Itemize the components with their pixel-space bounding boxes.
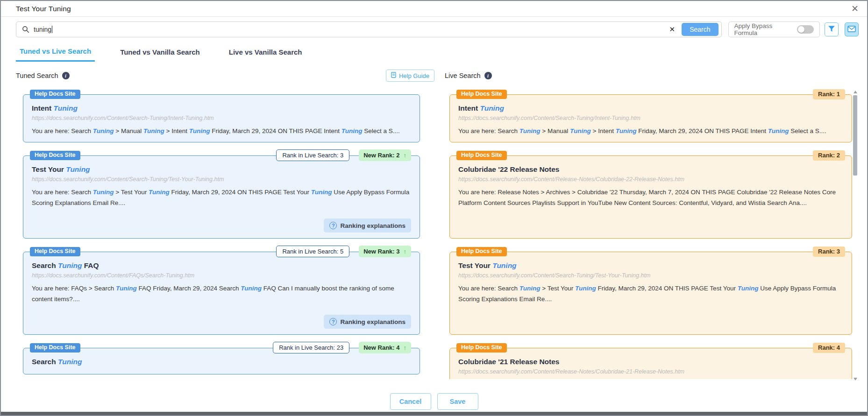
result-url: https://docs.searchunify.com/Content/Sea…: [458, 115, 843, 121]
new-rank-text: New Rank: 4: [363, 344, 399, 351]
horizontal-scrollbar-thumb[interactable]: [1, 412, 867, 415]
tab-tuned-vs-live-search[interactable]: Tuned vs Live Search: [16, 44, 95, 62]
scroll-up-arrow-icon[interactable]: [854, 91, 857, 93]
result-snippet: You are here: Release Notes > Archives >…: [458, 187, 843, 208]
info-icon[interactable]: i: [484, 72, 492, 79]
text-segment: Test Your: [32, 165, 66, 173]
tab-live-vs-vanilla-search[interactable]: Live vs Vanilla Search: [225, 44, 306, 62]
filter-button[interactable]: [825, 22, 839, 36]
new-rank-badge: New Rank: 2↑: [359, 149, 411, 161]
rank-up-arrow-icon: ↑: [404, 248, 407, 255]
question-circle-icon: ?: [329, 222, 337, 229]
highlighted-term: Tuning: [480, 104, 504, 112]
text-segment: > Intent: [591, 127, 616, 134]
modal-footer: Cancel Save: [1, 393, 867, 410]
text-segment: Friday, March 29, 2024 ON THIS PAGE Inte…: [210, 127, 341, 134]
text-segment: You are here: Search: [458, 127, 519, 134]
result-title[interactable]: Intent Tuning: [458, 104, 843, 113]
result-title[interactable]: Search Tuning: [32, 358, 411, 366]
result-card: Help Docs SiteRank: 3Test Your Tuninghtt…: [449, 252, 852, 335]
result-title[interactable]: Search Tuning FAQ: [32, 261, 411, 270]
result-snippet: You are here: Search Tuning > Manual Tun…: [32, 126, 411, 136]
text-segment: Friday, March 29, 2024 ON THIS PAGE Test…: [170, 189, 311, 196]
tuned-search-results: Help Docs SiteIntent Tuninghttps://docs.…: [23, 87, 420, 379]
apply-bypass-formula-group: Apply Bypass Formula: [728, 21, 820, 37]
source-badge: Help Docs Site: [456, 90, 507, 99]
highlighted-term: Tuning: [616, 127, 637, 134]
text-segment: You are here: Release Notes > Archives >…: [458, 189, 836, 206]
result-title[interactable]: Intent Tuning: [32, 104, 411, 113]
search-input[interactable]: tuning ✕ Search: [16, 21, 722, 37]
rank-badges: Rank in Live Search: 23New Rank: 4↑: [273, 342, 411, 353]
text-segment: > Test Your: [541, 285, 575, 292]
text-segment: Select a S....: [363, 127, 400, 134]
clear-search-icon[interactable]: ✕: [669, 25, 676, 34]
highlighted-term: Tuning: [738, 285, 759, 292]
text-segment: > Manual: [541, 127, 570, 134]
result-title[interactable]: Colubridae '21 Release Notes: [458, 358, 843, 366]
apply-bypass-formula-toggle[interactable]: [797, 25, 814, 34]
result-card: Help Docs SiteRank in Live Search: 3New …: [23, 155, 420, 239]
highlighted-term: Tuning: [54, 104, 78, 112]
result-card: Help Docs SiteRank: 4Colubridae '21 Rele…: [449, 348, 852, 379]
text-segment: Friday, March 29, 2024 ON THIS PAGE Test…: [596, 285, 738, 292]
search-button[interactable]: Search: [682, 23, 718, 36]
document-icon: [391, 72, 396, 79]
source-badge: Help Docs Site: [30, 151, 80, 160]
result-title[interactable]: Colubridae '22 Release Notes: [458, 165, 843, 174]
result-url: https://docs.searchunify.com/Content/Sea…: [32, 115, 411, 121]
result-title[interactable]: Test Your Tuning: [458, 261, 843, 270]
result-snippet: You are here: Search Tuning > Manual Tun…: [458, 126, 843, 136]
text-segment: Intent: [32, 104, 54, 112]
highlighted-term: Tuning: [570, 127, 591, 134]
text-segment: Colubridae '22 Release Notes: [458, 165, 559, 173]
email-button[interactable]: [845, 22, 859, 36]
text-caret: [52, 26, 52, 33]
result-url: https://docs.searchunify.com/Content/Sea…: [458, 272, 843, 279]
new-rank-text: New Rank: 2: [363, 152, 399, 159]
live-search-results: Help Docs SiteRank: 1Intent Tuninghttps:…: [449, 87, 852, 379]
new-rank-badge: New Rank: 4↑: [359, 342, 411, 353]
highlighted-term: Tuning: [768, 127, 789, 134]
highlighted-term: Tuning: [342, 127, 363, 134]
source-badge: Help Docs Site: [30, 247, 80, 256]
highlighted-term: Tuning: [492, 261, 516, 269]
info-icon[interactable]: i: [62, 72, 70, 79]
vertical-scrollbar-thumb[interactable]: [853, 95, 857, 176]
save-button[interactable]: Save: [437, 393, 478, 410]
rank-badge: Rank: 1: [813, 89, 845, 99]
text-segment: Test Your: [458, 261, 492, 269]
highlighted-term: Tuning: [149, 189, 170, 196]
help-guide-button[interactable]: Help Guide: [386, 70, 434, 82]
rank-up-arrow-icon: ↑: [404, 152, 407, 159]
highlighted-term: Tuning: [311, 189, 332, 196]
rank-in-live-badge: Rank in Live Search: 3: [276, 149, 349, 161]
text-segment: Intent: [458, 104, 480, 112]
rank-badge: Rank: 2: [813, 150, 845, 161]
tab-tuned-vs-vanilla-search[interactable]: Tuned vs Vanilla Search: [116, 44, 204, 62]
result-card: Help Docs SiteRank: 2Colubridae '22 Rele…: [449, 155, 852, 239]
apply-bypass-formula-label: Apply Bypass Formula: [734, 22, 797, 36]
scroll-down-arrow-icon[interactable]: [854, 378, 857, 381]
rank-badge: Rank: 4: [813, 343, 845, 353]
text-segment: You are here: Search: [458, 285, 519, 292]
result-title[interactable]: Test Your Tuning: [32, 165, 411, 174]
text-segment: FAQ: [82, 261, 99, 269]
highlighted-term: Tuning: [93, 127, 114, 134]
cancel-button[interactable]: Cancel: [390, 393, 431, 410]
highlighted-term: Tuning: [93, 189, 114, 196]
comparison-tabs: Tuned vs Live Search Tuned vs Vanilla Se…: [16, 44, 852, 62]
ranking-explanations-button[interactable]: ?Ranking explanations: [324, 315, 411, 329]
rank-badge: Rank: 3: [813, 247, 845, 257]
email-icon: [847, 26, 856, 34]
close-icon[interactable]: ✕: [851, 4, 859, 13]
highlighted-term: Tuning: [58, 261, 82, 269]
ranking-explanations-button[interactable]: ?Ranking explanations: [324, 219, 411, 233]
column-headers: Tuned Search i Help Guide Live Search i: [16, 70, 852, 82]
result-url: https://docs.searchunify.com/Content/Rel…: [458, 176, 843, 183]
source-badge: Help Docs Site: [456, 343, 507, 353]
highlighted-term: Tuning: [58, 358, 82, 366]
modal-header: Test Your Tuning ✕: [1, 1, 867, 17]
ranking-explanations-row: ?Ranking explanations: [32, 310, 411, 329]
ranking-explanations-row: ?Ranking explanations: [32, 214, 411, 233]
